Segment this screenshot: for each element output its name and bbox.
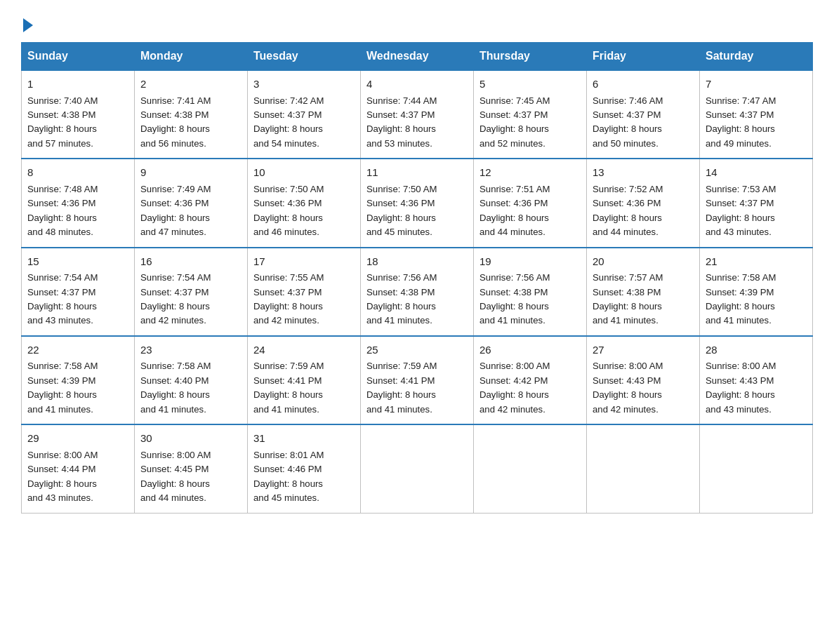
day-number: 12 bbox=[479, 165, 581, 181]
calendar-cell: 26Sunrise: 8:00 AMSunset: 4:42 PMDayligh… bbox=[474, 336, 587, 424]
day-number: 13 bbox=[593, 165, 694, 181]
calendar-cell: 31Sunrise: 8:01 AMSunset: 4:46 PMDayligh… bbox=[248, 424, 361, 513]
day-info: Sunrise: 7:40 AMSunset: 4:38 PMDaylight:… bbox=[27, 94, 128, 152]
day-number: 26 bbox=[479, 342, 581, 358]
day-info: Sunrise: 7:48 AMSunset: 4:36 PMDaylight:… bbox=[27, 182, 128, 240]
day-info: Sunrise: 7:47 AMSunset: 4:37 PMDaylight:… bbox=[706, 94, 807, 152]
day-info: Sunrise: 7:53 AMSunset: 4:37 PMDaylight:… bbox=[706, 182, 807, 240]
calendar-cell: 1Sunrise: 7:40 AMSunset: 4:38 PMDaylight… bbox=[22, 70, 135, 159]
calendar-cell bbox=[361, 424, 474, 513]
day-number: 18 bbox=[366, 254, 468, 270]
day-header-saturday: Saturday bbox=[700, 43, 813, 71]
calendar-cell: 5Sunrise: 7:45 AMSunset: 4:37 PMDaylight… bbox=[474, 70, 587, 159]
day-info: Sunrise: 7:59 AMSunset: 4:41 PMDaylight:… bbox=[366, 359, 468, 417]
day-number: 8 bbox=[27, 165, 128, 181]
day-info: Sunrise: 7:50 AMSunset: 4:36 PMDaylight:… bbox=[253, 182, 355, 240]
day-number: 17 bbox=[253, 254, 355, 270]
day-info: Sunrise: 7:56 AMSunset: 4:38 PMDaylight:… bbox=[479, 271, 581, 328]
calendar-cell: 6Sunrise: 7:46 AMSunset: 4:37 PMDaylight… bbox=[587, 70, 700, 159]
day-info: Sunrise: 8:01 AMSunset: 4:46 PMDaylight:… bbox=[253, 448, 355, 506]
calendar-cell: 22Sunrise: 7:58 AMSunset: 4:39 PMDayligh… bbox=[22, 336, 135, 424]
calendar-cell bbox=[474, 424, 587, 513]
day-number: 14 bbox=[706, 165, 807, 181]
day-info: Sunrise: 8:00 AMSunset: 4:45 PMDaylight:… bbox=[140, 448, 241, 506]
day-number: 24 bbox=[253, 342, 355, 358]
calendar-cell bbox=[587, 424, 700, 513]
calendar-cell: 24Sunrise: 7:59 AMSunset: 4:41 PMDayligh… bbox=[248, 336, 361, 424]
day-number: 19 bbox=[479, 254, 581, 270]
calendar-week-row: 22Sunrise: 7:58 AMSunset: 4:39 PMDayligh… bbox=[22, 336, 813, 424]
logo bbox=[21, 17, 33, 28]
day-info: Sunrise: 7:50 AMSunset: 4:36 PMDaylight:… bbox=[366, 182, 468, 240]
day-info: Sunrise: 7:41 AMSunset: 4:38 PMDaylight:… bbox=[140, 94, 241, 152]
day-number: 9 bbox=[140, 165, 241, 181]
day-number: 11 bbox=[366, 165, 468, 181]
day-header-thursday: Thursday bbox=[474, 43, 587, 71]
calendar-cell: 20Sunrise: 7:57 AMSunset: 4:38 PMDayligh… bbox=[587, 248, 700, 336]
day-info: Sunrise: 7:44 AMSunset: 4:37 PMDaylight:… bbox=[366, 94, 468, 152]
day-info: Sunrise: 7:59 AMSunset: 4:41 PMDaylight:… bbox=[253, 359, 355, 417]
page-header bbox=[21, 17, 813, 28]
calendar-cell: 4Sunrise: 7:44 AMSunset: 4:37 PMDaylight… bbox=[361, 70, 474, 159]
day-info: Sunrise: 8:00 AMSunset: 4:44 PMDaylight:… bbox=[27, 448, 128, 506]
day-number: 5 bbox=[479, 76, 581, 93]
calendar-cell: 2Sunrise: 7:41 AMSunset: 4:38 PMDaylight… bbox=[135, 70, 248, 159]
day-info: Sunrise: 8:00 AMSunset: 4:43 PMDaylight:… bbox=[593, 359, 694, 417]
day-number: 15 bbox=[27, 254, 128, 270]
day-number: 28 bbox=[706, 342, 807, 358]
logo-arrow-icon bbox=[23, 18, 33, 32]
calendar-cell: 7Sunrise: 7:47 AMSunset: 4:37 PMDaylight… bbox=[700, 70, 813, 159]
day-info: Sunrise: 7:56 AMSunset: 4:38 PMDaylight:… bbox=[366, 271, 468, 328]
day-info: Sunrise: 8:00 AMSunset: 4:43 PMDaylight:… bbox=[706, 359, 807, 417]
day-number: 10 bbox=[253, 165, 355, 181]
day-info: Sunrise: 7:55 AMSunset: 4:37 PMDaylight:… bbox=[253, 271, 355, 328]
day-number: 1 bbox=[27, 76, 128, 93]
day-info: Sunrise: 7:46 AMSunset: 4:37 PMDaylight:… bbox=[593, 94, 694, 152]
calendar-cell: 11Sunrise: 7:50 AMSunset: 4:36 PMDayligh… bbox=[361, 159, 474, 247]
day-info: Sunrise: 7:54 AMSunset: 4:37 PMDaylight:… bbox=[140, 271, 241, 328]
day-number: 25 bbox=[366, 342, 468, 358]
day-number: 16 bbox=[140, 254, 241, 270]
calendar-table: SundayMondayTuesdayWednesdayThursdayFrid… bbox=[21, 42, 813, 514]
day-header-sunday: Sunday bbox=[22, 43, 135, 71]
day-info: Sunrise: 7:58 AMSunset: 4:39 PMDaylight:… bbox=[706, 271, 807, 328]
day-number: 21 bbox=[706, 254, 807, 270]
calendar-cell: 3Sunrise: 7:42 AMSunset: 4:37 PMDaylight… bbox=[248, 70, 361, 159]
day-number: 4 bbox=[366, 76, 468, 93]
day-info: Sunrise: 7:58 AMSunset: 4:39 PMDaylight:… bbox=[27, 359, 128, 417]
calendar-cell: 12Sunrise: 7:51 AMSunset: 4:36 PMDayligh… bbox=[474, 159, 587, 247]
calendar-week-row: 8Sunrise: 7:48 AMSunset: 4:36 PMDaylight… bbox=[22, 159, 813, 247]
day-number: 31 bbox=[253, 431, 355, 447]
day-info: Sunrise: 7:52 AMSunset: 4:36 PMDaylight:… bbox=[593, 182, 694, 240]
calendar-cell: 15Sunrise: 7:54 AMSunset: 4:37 PMDayligh… bbox=[22, 248, 135, 336]
day-number: 22 bbox=[27, 342, 128, 358]
day-number: 23 bbox=[140, 342, 241, 358]
day-header-monday: Monday bbox=[135, 43, 248, 71]
calendar-week-row: 15Sunrise: 7:54 AMSunset: 4:37 PMDayligh… bbox=[22, 248, 813, 336]
day-number: 27 bbox=[593, 342, 694, 358]
calendar-cell: 23Sunrise: 7:58 AMSunset: 4:40 PMDayligh… bbox=[135, 336, 248, 424]
day-info: Sunrise: 7:49 AMSunset: 4:36 PMDaylight:… bbox=[140, 182, 241, 240]
calendar-cell: 17Sunrise: 7:55 AMSunset: 4:37 PMDayligh… bbox=[248, 248, 361, 336]
calendar-week-row: 1Sunrise: 7:40 AMSunset: 4:38 PMDaylight… bbox=[22, 70, 813, 159]
calendar-cell: 10Sunrise: 7:50 AMSunset: 4:36 PMDayligh… bbox=[248, 159, 361, 247]
day-info: Sunrise: 7:57 AMSunset: 4:38 PMDaylight:… bbox=[593, 271, 694, 328]
day-info: Sunrise: 7:58 AMSunset: 4:40 PMDaylight:… bbox=[140, 359, 241, 417]
calendar-week-row: 29Sunrise: 8:00 AMSunset: 4:44 PMDayligh… bbox=[22, 424, 813, 513]
day-number: 7 bbox=[706, 76, 807, 93]
day-number: 2 bbox=[140, 76, 241, 93]
day-header-wednesday: Wednesday bbox=[361, 43, 474, 71]
calendar-cell: 27Sunrise: 8:00 AMSunset: 4:43 PMDayligh… bbox=[587, 336, 700, 424]
calendar-cell: 19Sunrise: 7:56 AMSunset: 4:38 PMDayligh… bbox=[474, 248, 587, 336]
day-number: 6 bbox=[593, 76, 694, 93]
calendar-cell: 14Sunrise: 7:53 AMSunset: 4:37 PMDayligh… bbox=[700, 159, 813, 247]
calendar-header-row: SundayMondayTuesdayWednesdayThursdayFrid… bbox=[22, 43, 813, 71]
calendar-cell bbox=[700, 424, 813, 513]
day-info: Sunrise: 7:54 AMSunset: 4:37 PMDaylight:… bbox=[27, 271, 128, 328]
day-number: 3 bbox=[253, 76, 355, 93]
day-header-tuesday: Tuesday bbox=[248, 43, 361, 71]
calendar-cell: 8Sunrise: 7:48 AMSunset: 4:36 PMDaylight… bbox=[22, 159, 135, 247]
calendar-cell: 16Sunrise: 7:54 AMSunset: 4:37 PMDayligh… bbox=[135, 248, 248, 336]
calendar-cell: 29Sunrise: 8:00 AMSunset: 4:44 PMDayligh… bbox=[22, 424, 135, 513]
day-header-friday: Friday bbox=[587, 43, 700, 71]
